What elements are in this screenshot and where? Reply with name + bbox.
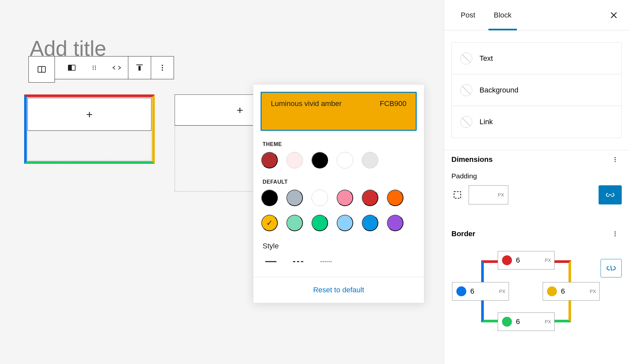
theme-label: THEME xyxy=(263,141,415,147)
border-bottom-swatch[interactable] xyxy=(502,317,512,327)
svg-rect-21 xyxy=(454,192,461,198)
ellipsis-v-icon xyxy=(612,156,618,163)
tab-block[interactable]: Block xyxy=(484,0,521,30)
swatch-theme-4[interactable] xyxy=(362,152,378,168)
border-title: Border xyxy=(451,230,475,238)
border-top-swatch[interactable] xyxy=(502,255,512,265)
border-bottom-value: 6 xyxy=(516,317,520,326)
swatch-theme-1[interactable] xyxy=(286,152,303,168)
svg-point-14 xyxy=(162,69,163,71)
check-icon: ✓ xyxy=(266,218,273,228)
tab-post[interactable]: Post xyxy=(451,0,484,30)
dimensions-title: Dimensions xyxy=(451,155,493,164)
empty-swatch-icon xyxy=(460,116,472,128)
close-sidebar-button[interactable] xyxy=(606,7,622,23)
color-item-link[interactable]: Link xyxy=(452,106,621,138)
default-swatches: ✓ xyxy=(261,190,416,231)
swatch-default-1[interactable] xyxy=(286,190,303,206)
border-left-swatch[interactable] xyxy=(456,286,466,296)
parent-block-selector[interactable] xyxy=(28,56,55,83)
border-header: Border xyxy=(444,224,629,243)
border-widget: 6 PX 6 PX 6 PX 6 PX xyxy=(444,243,629,364)
move-buttons[interactable] xyxy=(105,56,128,79)
swatch-default-5[interactable] xyxy=(387,190,403,206)
border-options-button[interactable] xyxy=(608,227,622,240)
plus-icon: + xyxy=(237,104,243,117)
style-dashed-button[interactable] xyxy=(290,256,307,267)
sidebar-tabs: Post Block xyxy=(444,0,629,30)
drag-handle[interactable] xyxy=(83,56,105,79)
svg-rect-3 xyxy=(68,65,72,70)
svg-point-19 xyxy=(614,159,615,160)
swatch-default-3[interactable] xyxy=(337,190,353,206)
svg-point-18 xyxy=(614,157,615,158)
svg-point-4 xyxy=(93,66,94,67)
column-1[interactable]: + xyxy=(24,94,155,192)
add-block-button-1[interactable]: + xyxy=(27,98,151,131)
color-item-text[interactable]: Text xyxy=(452,43,621,74)
empty-swatch-icon xyxy=(460,53,472,64)
column-1-frame: + xyxy=(24,94,155,164)
swatch-default-7[interactable] xyxy=(286,215,303,231)
svg-point-20 xyxy=(614,161,615,162)
swatch-theme-2[interactable] xyxy=(312,152,328,168)
dimensions-header: Dimensions xyxy=(444,150,629,169)
border-right-input[interactable]: 6 PX xyxy=(543,282,600,301)
ellipsis-v-icon xyxy=(158,64,166,72)
swatch-default-9[interactable] xyxy=(337,215,353,231)
border-right-value: 6 xyxy=(561,287,565,296)
style-dotted-button[interactable] xyxy=(318,256,335,267)
svg-point-7 xyxy=(95,67,96,68)
link-icon xyxy=(606,192,615,198)
padding-sides-icon[interactable] xyxy=(451,189,463,201)
swatch-theme-0[interactable] xyxy=(261,152,278,168)
padding-unit: PX xyxy=(498,192,504,198)
theme-swatches xyxy=(261,152,416,168)
reset-button[interactable]: Reset to default xyxy=(253,277,424,303)
more-options-button[interactable] xyxy=(151,56,174,79)
border-left-unit: PX xyxy=(499,289,505,294)
column-icon-button[interactable] xyxy=(61,56,83,79)
border-bottom-unit: PX xyxy=(545,319,551,324)
align-button[interactable] xyxy=(128,56,151,79)
color-item-background[interactable]: Background xyxy=(452,74,621,106)
border-top-input[interactable]: 6 PX xyxy=(498,251,555,270)
selected-color-display[interactable]: Luminous vivid amber FCB900 xyxy=(261,92,417,131)
swatch-default-10[interactable] xyxy=(362,215,378,231)
empty-swatch-icon xyxy=(460,84,472,96)
swatch-default-11[interactable] xyxy=(387,215,403,231)
swatch-default-6[interactable]: ✓ xyxy=(261,215,278,231)
color-item-label: Link xyxy=(480,118,493,126)
align-top-icon xyxy=(135,63,144,72)
unlink-sides-button[interactable] xyxy=(601,259,622,277)
padding-label: Padding xyxy=(451,172,622,180)
swatch-default-2[interactable] xyxy=(312,190,328,206)
svg-rect-11 xyxy=(139,66,141,71)
svg-point-24 xyxy=(614,235,615,236)
column-1-appender-zone[interactable] xyxy=(27,131,151,161)
columns-icon xyxy=(37,64,47,74)
link-sides-button[interactable] xyxy=(599,185,622,204)
svg-point-6 xyxy=(93,67,94,68)
padding-input[interactable]: PX xyxy=(469,185,508,204)
border-bottom-input[interactable]: 6 PX xyxy=(498,312,555,331)
border-left-value: 6 xyxy=(470,287,474,296)
svg-point-22 xyxy=(614,231,615,232)
dimensions-options-button[interactable] xyxy=(608,153,622,166)
svg-point-5 xyxy=(95,66,96,67)
border-right-swatch[interactable] xyxy=(547,286,557,296)
border-left-input[interactable]: 6 PX xyxy=(452,282,509,301)
svg-point-9 xyxy=(95,69,96,70)
swatch-default-4[interactable] xyxy=(362,190,378,206)
swatch-default-0[interactable] xyxy=(261,190,278,206)
style-solid-button[interactable] xyxy=(263,256,279,267)
close-icon xyxy=(609,11,618,20)
selected-color-hex: FCB900 xyxy=(380,99,406,108)
style-label: Style xyxy=(263,242,415,250)
swatch-default-8[interactable] xyxy=(312,215,328,231)
default-label: DEFAULT xyxy=(263,179,415,185)
swatch-theme-3[interactable] xyxy=(337,152,353,168)
column-icon xyxy=(67,63,76,72)
settings-sidebar: Post Block Text Background Link Dimensio… xyxy=(444,0,629,364)
svg-point-12 xyxy=(162,65,163,66)
